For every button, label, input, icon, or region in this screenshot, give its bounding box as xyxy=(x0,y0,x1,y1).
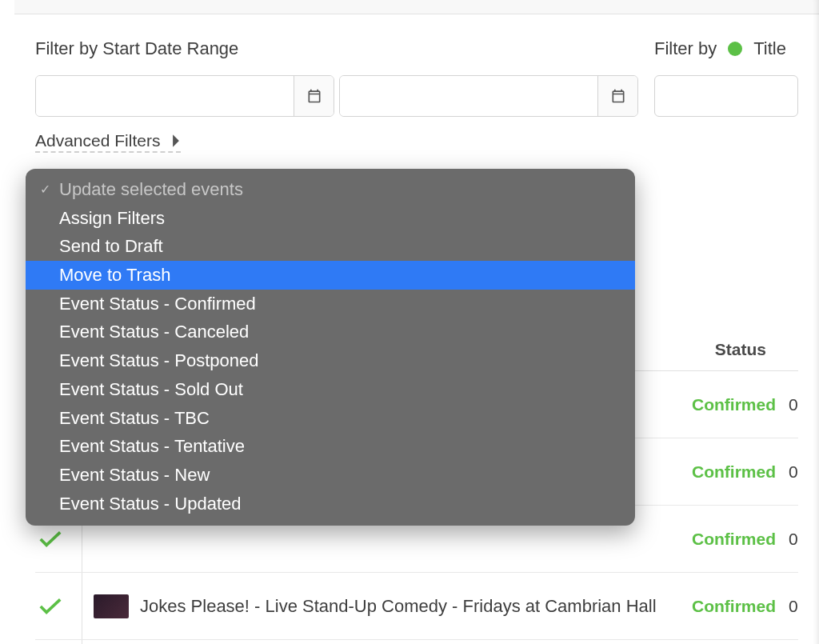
check-icon xyxy=(38,598,62,615)
checkmark-icon: ✓ xyxy=(40,181,53,198)
row-extra: 0 xyxy=(789,462,798,482)
dropdown-item[interactable]: ✓Event Status - Tentative xyxy=(26,432,635,461)
filter-by-label: Filter by xyxy=(654,38,717,59)
calendar-icon xyxy=(306,88,322,104)
date-range-label: Filter by Start Date Range xyxy=(35,38,638,59)
dropdown-item-label: Event Status - Tentative xyxy=(59,434,245,458)
dropdown-item-label: Event Status - TBC xyxy=(59,406,210,430)
end-date-input[interactable] xyxy=(340,76,597,116)
end-date-calendar-button[interactable] xyxy=(597,76,637,116)
dropdown-item[interactable]: ✓Event Status - Postponed xyxy=(26,346,635,375)
end-date-field-wrap xyxy=(339,75,638,117)
filter-active-dot-icon xyxy=(728,42,742,56)
dropdown-item[interactable]: ✓Event Status - Sold Out xyxy=(26,375,635,404)
dropdown-item-label: Assign Filters xyxy=(59,206,165,230)
dropdown-item[interactable]: ✓Event Status - Canceled xyxy=(26,318,635,346)
dropdown-item-label: Event Status - Confirmed xyxy=(59,292,256,316)
advanced-filters-label: Advanced Filters xyxy=(35,131,160,150)
dropdown-item-label: Move to Trash xyxy=(59,263,170,287)
dropdown-item[interactable]: ✓Update selected events xyxy=(26,175,635,204)
table-row[interactable]: CrossFit Copa Sur Confirmed 0 xyxy=(35,640,798,644)
row-status: Confirmed xyxy=(692,530,789,549)
row-extra: 0 xyxy=(789,530,798,549)
row-status: Confirmed xyxy=(692,597,789,616)
table-row[interactable]: Jokes Please! - Live Stand-Up Comedy - F… xyxy=(35,573,798,640)
dropdown-item-label: Send to Draft xyxy=(59,234,163,258)
dropdown-item[interactable]: ✓Send to Draft xyxy=(26,232,635,261)
dropdown-item-label: Event Status - Sold Out xyxy=(59,378,243,402)
row-selected-check[interactable] xyxy=(35,598,82,615)
dropdown-item-label: Event Status - Postponed xyxy=(59,349,259,373)
dropdown-item[interactable]: ✓Assign Filters xyxy=(26,204,635,233)
dropdown-item[interactable]: ✓Event Status - Confirmed xyxy=(26,290,635,318)
bulk-action-dropdown[interactable]: ✓Update selected events✓Assign Filters✓S… xyxy=(26,169,635,526)
check-icon xyxy=(38,530,62,548)
dropdown-item-label: Event Status - New xyxy=(59,463,210,487)
chevron-right-icon xyxy=(171,134,181,148)
status-column-header: Status xyxy=(715,340,798,359)
filter-by-title-label: Title xyxy=(753,38,786,59)
filter-by-input[interactable] xyxy=(654,75,798,117)
advanced-filters-toggle[interactable]: Advanced Filters xyxy=(35,131,181,153)
calendar-icon xyxy=(610,88,626,104)
dropdown-item-label: Event Status - Updated xyxy=(59,492,241,516)
dropdown-item[interactable]: ✓Event Status - TBC xyxy=(26,404,635,433)
dropdown-item[interactable]: ✓Event Status - Updated xyxy=(26,490,635,518)
dropdown-item[interactable]: ✓Move to Trash xyxy=(26,261,635,290)
row-extra: 0 xyxy=(789,597,798,616)
row-status: Confirmed xyxy=(692,395,789,414)
row-selected-check[interactable] xyxy=(35,530,82,548)
start-date-input[interactable] xyxy=(36,76,294,116)
dropdown-item-label: Event Status - Canceled xyxy=(59,320,249,344)
row-title: Jokes Please! - Live Stand-Up Comedy - F… xyxy=(140,596,692,617)
dropdown-item-label: Update selected events xyxy=(59,178,243,202)
row-extra: 0 xyxy=(789,395,798,414)
event-thumbnail xyxy=(94,594,129,618)
start-date-calendar-button[interactable] xyxy=(294,76,334,116)
start-date-field-wrap xyxy=(35,75,334,117)
row-status: Confirmed xyxy=(692,462,789,482)
dropdown-item[interactable]: ✓Event Status - New xyxy=(26,461,635,490)
